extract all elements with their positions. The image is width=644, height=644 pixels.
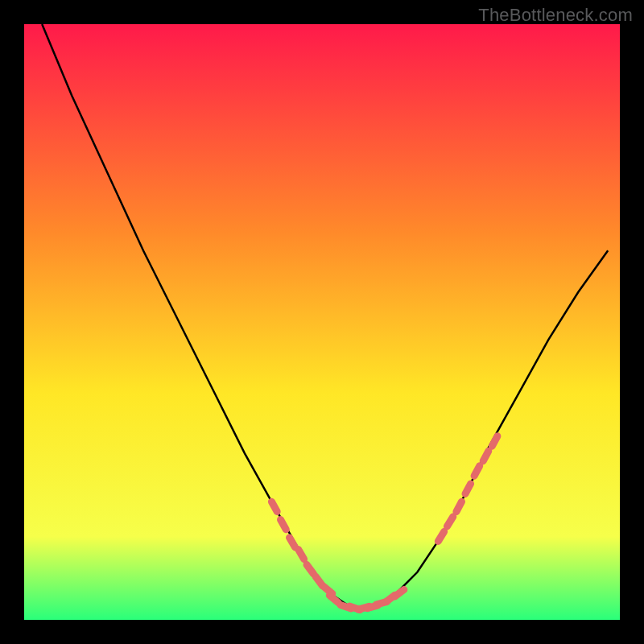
bottleneck-chart [24,24,620,620]
watermark-text: TheBottleneck.com [478,5,633,26]
data-marker [271,502,277,511]
data-marker [447,517,452,526]
data-marker [483,451,489,460]
chart-frame [24,24,620,620]
data-marker [456,502,462,511]
data-marker [290,538,295,547]
gradient-background [24,24,620,620]
data-marker [438,531,444,541]
data-marker [474,466,480,476]
data-marker [299,550,304,559]
data-marker [281,520,287,530]
data-marker [492,436,497,446]
data-marker [465,484,471,493]
